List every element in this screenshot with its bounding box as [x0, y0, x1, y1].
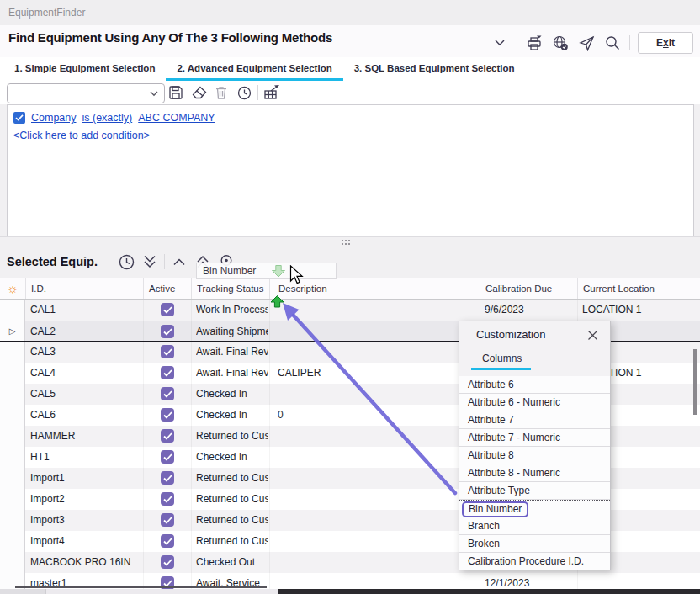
- page-title: Find Equipment Using Any Of The 3 Follow…: [8, 30, 332, 45]
- send-icon[interactable]: [577, 33, 596, 53]
- row-indicator[interactable]: [0, 531, 25, 552]
- cell-tracking-status: Work In Process: [196, 300, 268, 321]
- column-line: [269, 342, 270, 363]
- chevron-down-icon[interactable]: [491, 33, 509, 53]
- cell-description: [278, 468, 475, 489]
- divider: [629, 35, 630, 50]
- sun-icon[interactable]: ☼: [0, 278, 25, 299]
- customization-column-item[interactable]: Broken: [459, 535, 610, 553]
- cell-description: 0: [278, 405, 475, 426]
- vertical-scrollbar-thumb[interactable]: [693, 349, 697, 415]
- row-indicator[interactable]: [0, 426, 25, 447]
- active-checkbox[interactable]: [161, 450, 174, 464]
- active-checkbox[interactable]: [161, 408, 174, 422]
- customization-column-item[interactable]: Attribute 8 - Numeric: [459, 464, 610, 482]
- active-checkbox[interactable]: [161, 325, 174, 338]
- table-row[interactable]: CAL1Work In Process9/6/2023LOCATION 1: [0, 300, 700, 321]
- tab-advanced-selection[interactable]: 2. Advanced Equipment Selection: [166, 57, 342, 81]
- row-indicator[interactable]: [0, 300, 25, 321]
- row-indicator[interactable]: [0, 384, 25, 405]
- column-line: [269, 321, 270, 341]
- row-indicator[interactable]: [0, 342, 25, 363]
- web-export-icon[interactable]: [551, 33, 570, 53]
- row-indicator[interactable]: [0, 447, 25, 468]
- tab-columns[interactable]: Columns: [482, 353, 522, 364]
- tab-simple-selection[interactable]: 1. Simple Equipment Selection: [3, 57, 166, 81]
- popup-column-list: Attribute 6Attribute 6 - NumericAttribut…: [459, 376, 610, 570]
- splitter-grip-icon[interactable]: [342, 240, 350, 245]
- customization-column-item[interactable]: Calibration Procedure I.D.: [459, 553, 610, 570]
- history-icon[interactable]: [235, 82, 253, 103]
- customization-column-item[interactable]: Attribute 8: [459, 447, 610, 464]
- customization-column-item[interactable]: Attribute Type: [459, 482, 610, 500]
- print-icon[interactable]: [525, 33, 544, 53]
- column-header-tracking-status[interactable]: Tracking Status: [191, 278, 269, 299]
- active-checkbox[interactable]: [161, 555, 174, 569]
- cell-tracking-status: Checked In: [196, 447, 268, 468]
- cell-description: [278, 384, 475, 405]
- cell-calibration-due: 9/6/2023: [485, 300, 573, 321]
- row-indicator[interactable]: [0, 405, 25, 426]
- column-header-active[interactable]: Active: [143, 278, 191, 299]
- chevron-up-icon[interactable]: [170, 252, 188, 272]
- panel-splitter[interactable]: [0, 236, 700, 249]
- column-line: [269, 384, 270, 405]
- condition-value-link[interactable]: ABC COMPANY: [138, 112, 215, 124]
- customization-column-item[interactable]: Attribute 6 - Numeric: [459, 394, 610, 411]
- mouse-cursor: [289, 265, 305, 285]
- filter-combobox[interactable]: [7, 83, 165, 103]
- add-condition-link[interactable]: <Click here to add condition>: [13, 130, 150, 141]
- row-indicator[interactable]: [0, 510, 25, 531]
- drag-ghost[interactable]: Bin Number: [196, 263, 337, 279]
- customization-column-item[interactable]: Attribute 7 - Numeric: [459, 429, 610, 447]
- row-indicator[interactable]: [0, 363, 25, 384]
- column-line: [269, 363, 270, 384]
- history-icon[interactable]: [117, 252, 135, 272]
- drop-down-arrow-icon: [272, 265, 285, 278]
- customization-column-item[interactable]: Bin Number: [459, 500, 610, 517]
- condition-panel: Company is (exactly) ABC COMPANY <Click …: [7, 104, 694, 236]
- column-header-current-location[interactable]: Current Location: [577, 278, 700, 299]
- close-icon[interactable]: [585, 327, 600, 342]
- active-checkbox[interactable]: [161, 492, 174, 506]
- erase-icon[interactable]: [189, 82, 208, 103]
- customization-column-item[interactable]: Branch: [459, 517, 610, 535]
- customization-column-label: Broken: [468, 538, 500, 549]
- condition-field-link[interactable]: Company: [31, 112, 77, 124]
- column-header-calibration-due[interactable]: Calibration Due: [480, 278, 577, 299]
- customization-column-label: Branch: [468, 520, 500, 532]
- customization-column-item[interactable]: Attribute 6: [459, 376, 610, 394]
- condition-operator-link[interactable]: is (exactly): [82, 112, 133, 124]
- column-line: [269, 426, 270, 447]
- row-indicator[interactable]: [0, 468, 25, 489]
- column-header-id[interactable]: I.D.: [25, 278, 143, 299]
- active-checkbox[interactable]: [161, 345, 174, 358]
- save-icon[interactable]: [167, 82, 185, 103]
- search-icon[interactable]: [603, 33, 622, 53]
- active-checkbox[interactable]: [161, 471, 174, 485]
- column-line: [191, 468, 192, 489]
- row-indicator-current[interactable]: ▷: [0, 321, 25, 341]
- double-chevron-down-icon[interactable]: [141, 252, 159, 272]
- column-line: [143, 510, 144, 531]
- horizontal-scrollbar-thumb[interactable]: [278, 589, 700, 594]
- tab-sql-selection[interactable]: 3. SQL Based Equipment Selection: [343, 57, 526, 81]
- condition-checkbox[interactable]: [13, 112, 25, 124]
- customization-column-item[interactable]: Attribute 7: [459, 411, 610, 429]
- horizontal-scrollbar[interactable]: [0, 589, 700, 594]
- row-indicator[interactable]: [0, 552, 25, 573]
- field-chooser-icon[interactable]: [262, 82, 281, 103]
- horizontal-scrollbar-corner[interactable]: [0, 589, 46, 594]
- drag-ghost-label: Bin Number: [197, 265, 272, 277]
- active-checkbox[interactable]: [161, 534, 174, 548]
- active-checkbox[interactable]: [161, 366, 174, 379]
- active-checkbox[interactable]: [161, 387, 174, 400]
- customization-column-label: Attribute 8: [468, 449, 514, 461]
- active-checkbox[interactable]: [161, 513, 174, 527]
- chevron-down-icon[interactable]: [150, 91, 158, 97]
- row-indicator[interactable]: [0, 489, 25, 510]
- active-checkbox[interactable]: [161, 429, 174, 443]
- exit-button[interactable]: Exit: [638, 32, 693, 54]
- delete-icon[interactable]: [212, 82, 231, 103]
- active-checkbox[interactable]: [161, 303, 174, 316]
